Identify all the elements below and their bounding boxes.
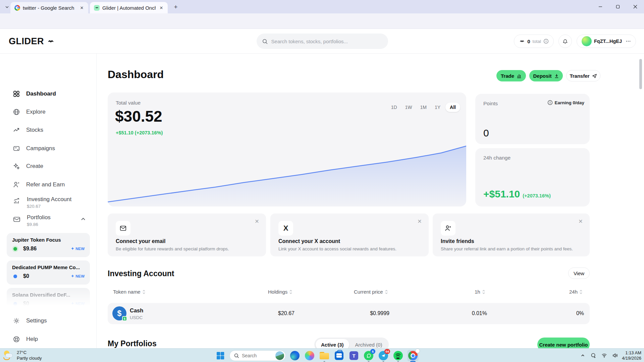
glider-bird-icon <box>47 38 55 45</box>
close-icon[interactable]: ✕ <box>577 218 584 225</box>
sort-icon <box>384 290 388 294</box>
taskbar-chrome-icon[interactable] <box>407 350 419 361</box>
tab-archived[interactable]: Archived (0) <box>350 339 388 348</box>
tray-chevron-icon[interactable] <box>579 352 586 359</box>
volume-icon[interactable] <box>611 352 619 359</box>
taskbar-search-input[interactable] <box>242 353 271 358</box>
taskbar-weather-widget[interactable]: 27°C Partly cloudy <box>3 350 42 361</box>
trade-button[interactable]: Trade <box>496 70 526 81</box>
column-1h[interactable]: 1h <box>475 289 486 295</box>
tray-device-icon[interactable] <box>590 352 597 359</box>
change-24h-card: 24h change +$51.10 (+2073.16%) <box>475 148 590 206</box>
change-1h-value: 0.01% <box>472 310 487 316</box>
global-search[interactable] <box>257 34 388 49</box>
promo-connect-x[interactable]: X Connect your X account Link your X acc… <box>270 214 429 256</box>
clock-time: 1:13 AM <box>622 350 641 356</box>
sidebar-item-create[interactable]: Create <box>0 160 97 173</box>
new-tab-button[interactable]: + <box>172 3 180 11</box>
taskbar-search[interactable] <box>229 350 286 361</box>
taskbar-file-explorer-icon[interactable] <box>319 350 330 361</box>
sidebar-item-dashboard[interactable]: Dashboard <box>0 87 97 101</box>
new-badge: NEW <box>71 302 85 306</box>
sidebar-item-refer[interactable]: Refer and Earn <box>0 178 97 191</box>
portfolios-collapse-chevron-icon[interactable] <box>80 217 86 223</box>
portfolio-card-pump[interactable]: Dedicated PUMP Meme Co... $0 NEW <box>7 260 90 285</box>
window-maximize-button[interactable] <box>609 0 627 13</box>
page-scrollbar[interactable] <box>639 59 642 89</box>
taskbar-whatsapp-icon[interactable]: 5 <box>363 350 374 361</box>
person-plus-icon <box>441 221 455 236</box>
portfolio-name: Dedicated PUMP Meme Co... <box>12 264 85 270</box>
campaign-card-icon <box>13 145 20 152</box>
clock-date: 4/19/2026 <box>622 356 641 361</box>
status-dot-green <box>13 247 17 251</box>
glider-logo[interactable]: GLIDER <box>9 36 55 47</box>
portfolio-card-solana[interactable]: Solana Diversified DeF... $0 NEW <box>7 288 90 312</box>
search-input[interactable] <box>271 39 383 44</box>
window-close-button[interactable] <box>627 0 644 13</box>
taskbar-clock[interactable]: 1:13 AM 4/19/2026 <box>622 350 641 361</box>
taskbar-store-icon[interactable] <box>333 350 345 361</box>
chrome-profile-overlay <box>415 349 420 353</box>
promo-subtitle: Share your referral link and earn a port… <box>441 246 573 251</box>
create-new-portfolio-button[interactable]: Create new portfolio <box>537 338 590 348</box>
portfolio-card-jupiter[interactable]: Jupiter Token Focus $9.86 NEW <box>7 233 90 257</box>
close-icon[interactable]: ✕ <box>416 218 423 225</box>
taskbar-copilot-icon[interactable] <box>304 350 315 361</box>
points-pill[interactable]: 0 total <box>514 35 554 48</box>
sidebar-item-settings[interactable]: Settings <box>0 314 97 327</box>
close-icon[interactable]: ✕ <box>253 218 261 225</box>
view-button[interactable]: View <box>568 267 590 279</box>
range-all[interactable]: All <box>445 103 460 112</box>
sidebar-item-investing-account[interactable]: Investing Account $20.67 <box>0 196 97 209</box>
column-token-name[interactable]: Token name <box>113 289 146 295</box>
current-price-value: $0.9999 <box>370 310 389 316</box>
status-dot <box>13 302 17 306</box>
deposit-button[interactable]: Deposit <box>529 70 563 81</box>
wifi-icon[interactable] <box>600 352 608 359</box>
promo-title: Connect your email <box>116 238 165 244</box>
portfolio-name: Jupiter Token Focus <box>12 237 85 243</box>
sidebar-item-label: Portfolios <box>27 214 51 221</box>
promo-invite-friends[interactable]: Invite friends Share your referral link … <box>433 214 590 256</box>
account-pill[interactable]: FqZT...HgEJ <box>577 35 636 48</box>
browser-toolbar: glider.fi/dashboard <box>0 13 644 29</box>
glider-favicon-icon <box>94 5 100 11</box>
sidebar-item-explore[interactable]: Explore <box>0 105 97 119</box>
start-button[interactable] <box>215 350 226 361</box>
sidebar-item-label: Investing Account <box>27 196 71 203</box>
range-1y[interactable]: 1Y <box>432 103 443 112</box>
sparkle-icon <box>71 275 74 278</box>
notifications-bell-icon[interactable] <box>558 35 572 48</box>
search-icon <box>234 353 239 358</box>
range-1w[interactable]: 1W <box>402 103 415 112</box>
taskbar-teams-icon[interactable]: T <box>348 350 360 361</box>
column-24h[interactable]: 24h <box>569 289 583 295</box>
account-menu-icon[interactable] <box>626 39 631 44</box>
usdc-coin-icon: $$ <box>112 306 126 320</box>
browser-tab-glider[interactable]: Glider | Automated Onchain Po ✕ <box>90 2 168 13</box>
sort-icon <box>482 290 486 294</box>
taskbar-edge-icon[interactable] <box>289 350 301 361</box>
holdings-value: $20.67 <box>278 310 294 316</box>
tab-close-icon[interactable]: ✕ <box>79 5 85 11</box>
site-header: GLIDER 0 total FqZT...HgEJ <box>0 29 644 54</box>
promo-connect-email[interactable]: Connect your email Be eligible for futur… <box>108 214 266 256</box>
my-portfolios-heading: My Portfolios <box>108 339 157 348</box>
browser-tab-google[interactable]: twitter - Google Search ✕ <box>10 2 88 13</box>
sidebar-item-help[interactable]: Help <box>0 333 97 346</box>
range-1d[interactable]: 1D <box>388 103 400 112</box>
taskbar-spotify-icon[interactable] <box>392 350 404 361</box>
tab-active[interactable]: Active (3) <box>316 339 349 348</box>
transfer-button[interactable]: Transfer <box>566 70 600 81</box>
new-badge: NEW <box>71 274 85 278</box>
tab-close-icon[interactable]: ✕ <box>158 5 164 11</box>
table-row-cash[interactable]: $$ Cash USDC $20.67 $0.9999 0.01% 0% <box>108 303 590 324</box>
column-holdings[interactable]: Holdings <box>268 289 293 295</box>
taskbar-telegram-icon[interactable]: 04 <box>378 350 389 361</box>
range-1m[interactable]: 1M <box>417 103 430 112</box>
sidebar-item-campaigns[interactable]: Campaigns <box>0 142 97 155</box>
window-minimize-button[interactable] <box>592 0 609 13</box>
column-current-price[interactable]: Current price <box>354 289 388 295</box>
sidebar-item-stocks[interactable]: Stocks <box>0 123 97 137</box>
